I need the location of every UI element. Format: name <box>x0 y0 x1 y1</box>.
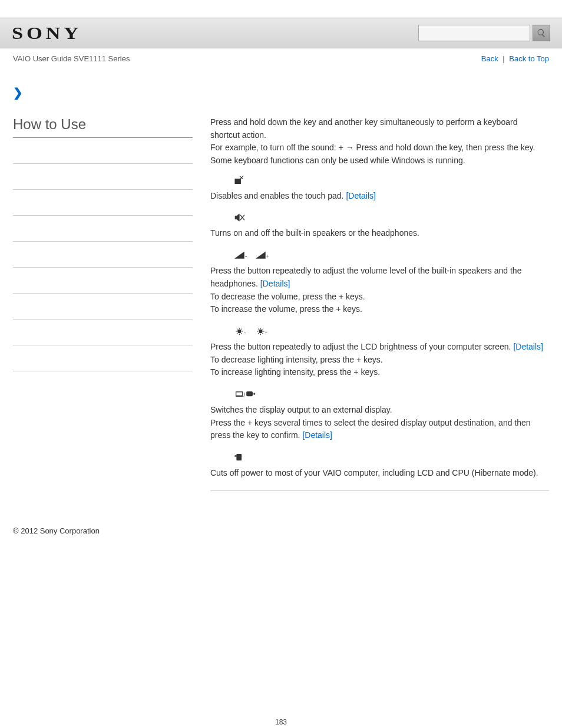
svg-text:-: - <box>244 328 246 334</box>
guide-title: VAIO User Guide SVE1111 Series <box>13 54 130 63</box>
svg-line-17 <box>237 333 237 334</box>
details-link-touchpad[interactable]: [Details] <box>346 191 376 200</box>
search-area <box>418 25 550 41</box>
mute-icon <box>234 213 246 222</box>
details-link-display[interactable]: [Details] <box>302 430 332 440</box>
svg-line-27 <box>258 333 259 334</box>
svg-rect-32 <box>247 392 253 396</box>
sidebar-item[interactable] <box>13 353 193 371</box>
sidebar-item[interactable] <box>13 145 193 164</box>
details-link-volume[interactable]: [Details] <box>260 279 290 288</box>
intro-text-2: For example, to turn off the sound: + → … <box>210 141 549 154</box>
sidebar-title: How to Use <box>13 116 193 138</box>
footer-copyright: © 2012 Sony Corporation <box>0 497 562 547</box>
intro-text-3: Some keyboard functions can only be used… <box>210 154 549 167</box>
sidebar-item[interactable] <box>13 327 193 345</box>
svg-line-25 <box>262 333 263 334</box>
svg-text:/: / <box>244 391 246 397</box>
details-link-brightness[interactable]: [Details] <box>513 342 543 351</box>
brightness-text: Press the button repeatedly to adjust th… <box>210 342 513 351</box>
svg-rect-35 <box>237 454 242 460</box>
subheader: VAIO User Guide SVE1111 Series Back | Ba… <box>0 48 562 68</box>
intro-text-1: Press and hold down the key and another … <box>210 116 549 141</box>
sony-logo: SONY <box>12 23 82 43</box>
svg-point-9 <box>238 330 241 332</box>
svg-line-14 <box>237 329 237 330</box>
svg-point-19 <box>259 330 262 332</box>
main-content: Press and hold down the key and another … <box>210 116 549 491</box>
page-number: 183 <box>0 718 562 728</box>
nav-separator: | <box>500 54 507 63</box>
content-divider <box>210 490 549 491</box>
svg-line-16 <box>241 329 242 330</box>
sidebar: How to Use <box>13 116 193 491</box>
brightness-down-icon: - <box>234 327 248 335</box>
brightness-increase-text: To increase lighting intensity, press th… <box>210 366 549 379</box>
hibernate-text: Cuts off power to most of your VAIO comp… <box>210 467 549 480</box>
sidebar-item[interactable] <box>13 197 193 216</box>
speakers-text: Turns on and off the built-in speakers o… <box>210 227 549 240</box>
search-button[interactable] <box>533 25 550 41</box>
sidebar-item[interactable] <box>13 249 193 268</box>
touchpad-disable-icon <box>234 176 244 185</box>
volume-text: Press the button repeatedly to adjust th… <box>210 266 521 288</box>
sidebar-item[interactable] <box>13 301 193 319</box>
brightness-up-icon: + <box>255 327 269 335</box>
volume-decrease-text: To decrease the volume, press the + keys… <box>210 291 549 304</box>
back-link[interactable]: Back <box>481 54 498 63</box>
svg-line-26 <box>262 329 263 330</box>
display-text-2: Press the + keys several times to select… <box>210 418 531 440</box>
search-icon <box>537 28 546 38</box>
hibernate-icon: z <box>234 453 243 462</box>
volume-up-icon: + <box>255 251 269 259</box>
touchpad-text: Disables and enables the touch pad. <box>210 191 346 200</box>
nav-links: Back | Back to Top <box>481 54 549 63</box>
display-text-1: Switches the display output to an extern… <box>210 404 549 417</box>
sidebar-item[interactable] <box>13 275 193 294</box>
display-output-icon: / <box>234 390 257 398</box>
sidebar-item[interactable] <box>13 171 193 190</box>
volume-increase-text: To increase the volume, press the + keys… <box>210 303 549 316</box>
volume-down-icon: - <box>234 251 248 259</box>
search-input[interactable] <box>418 25 530 41</box>
chevron-icon: ❯ <box>13 85 549 100</box>
svg-line-15 <box>241 333 242 334</box>
brightness-decrease-text: To decrease lighting intensity, press th… <box>210 354 549 367</box>
svg-rect-30 <box>236 392 242 395</box>
sidebar-item[interactable] <box>13 223 193 242</box>
svg-text:-: - <box>245 253 247 259</box>
svg-text:+: + <box>266 253 269 259</box>
svg-text:+: + <box>265 329 267 334</box>
header-bar: SONY <box>0 18 562 48</box>
back-to-top-link[interactable]: Back to Top <box>509 54 549 63</box>
svg-line-24 <box>258 329 259 330</box>
